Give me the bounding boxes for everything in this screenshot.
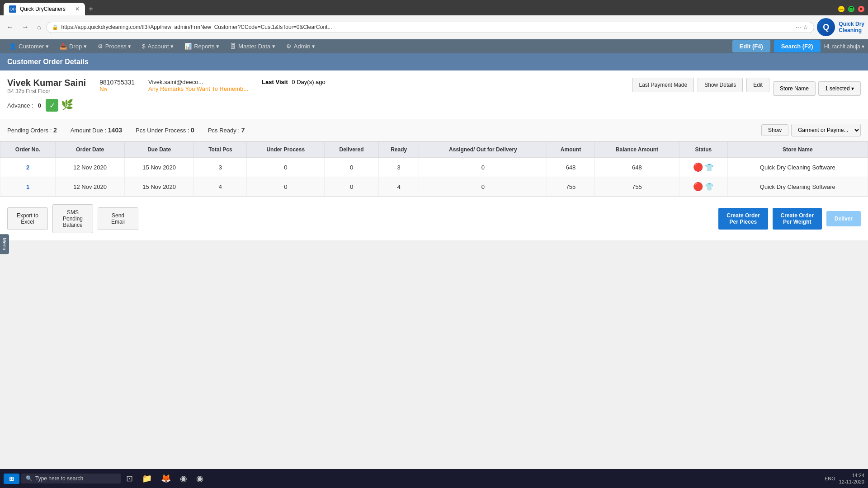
filter-dropdown[interactable]: Garment or Payme...	[791, 124, 861, 136]
pcs-ready-label: Pcs Ready :	[208, 127, 240, 134]
cell-due-date: 15 Nov 2020	[125, 177, 194, 197]
status-shirt-icon: 👕	[705, 183, 714, 191]
customer-name: Vivek Kumar Saini	[7, 78, 86, 88]
pcs-under-process-value: 0	[191, 127, 194, 134]
table-row[interactable]: 1 12 Nov 2020 15 Nov 2020 4 0 0 4 0 755 …	[0, 177, 868, 197]
edit-f4-button[interactable]: Edit (F4)	[732, 40, 770, 52]
cell-assigned: 0	[419, 177, 547, 197]
col-due-date: Due Date	[125, 142, 194, 158]
col-order-no: Order No.	[0, 142, 56, 158]
tab-title: Quick DryCleaners	[20, 6, 66, 12]
create-order-per-weight-button[interactable]: Create OrderPer Weight	[773, 208, 822, 230]
status-red-icon: 🔴	[693, 182, 703, 192]
cell-order-no[interactable]: 2	[0, 158, 56, 177]
cell-ready: 4	[378, 177, 419, 197]
table-header-row: Order No. Order Date Due Date Total Pcs …	[0, 142, 868, 158]
tab-favicon: QD	[9, 5, 16, 13]
selected-button[interactable]: 1 selected ▾	[818, 81, 861, 96]
cell-under-process: 0	[247, 177, 325, 197]
customer-email: Vivek.saini@deeco...	[148, 79, 248, 85]
cell-due-date: 15 Nov 2020	[125, 158, 194, 177]
master-data-nav-label: Master Data ▾	[238, 43, 275, 50]
back-button[interactable]: ←	[4, 21, 16, 33]
cell-status: 🔴 👕	[679, 158, 727, 177]
master-data-icon: 🗄	[230, 43, 236, 50]
col-amount: Amount	[547, 142, 594, 158]
new-tab-button[interactable]: +	[89, 5, 94, 14]
sidebar-item-account[interactable]: $ Account ▾	[137, 39, 179, 53]
cell-total-pcs: 3	[194, 158, 247, 177]
bookmark-icon[interactable]: ☆	[803, 24, 808, 31]
home-button[interactable]: ⌂	[34, 22, 43, 33]
sms-pending-balance-button[interactable]: SMSPendingBalance	[52, 204, 93, 233]
cell-status: 🔴 👕	[679, 177, 727, 197]
status-red-icon: 🔴	[693, 162, 703, 172]
browser-tab[interactable]: QD Quick DryCleaners ✕	[4, 3, 85, 15]
cell-order-date: 12 Nov 2020	[56, 177, 125, 197]
orders-table-container: Order No. Order Date Due Date Total Pcs …	[0, 141, 868, 197]
side-menu[interactable]: Menu	[0, 234, 9, 254]
pending-orders-value: 2	[53, 127, 57, 134]
cell-store-name: Quick Dry Cleaning Software	[727, 158, 868, 177]
reports-nav-label: Reports ▾	[194, 43, 219, 50]
search-f2-button[interactable]: Search (F2)	[774, 40, 821, 52]
col-status: Status	[679, 142, 727, 158]
sidebar-item-admin[interactable]: ⚙ Admin ▾	[281, 39, 321, 53]
forward-button[interactable]: →	[19, 21, 32, 33]
drop-nav-label: Drop ▾	[69, 43, 87, 50]
deliver-button[interactable]: Deliver	[826, 211, 861, 226]
window-minimize-button[interactable]: —	[838, 6, 844, 12]
col-balance-amount: Balance Amount	[594, 142, 679, 158]
pcs-ready-stat: Pcs Ready : 7	[208, 127, 245, 134]
advance-label: Advance :	[7, 102, 33, 109]
user-info[interactable]: Hi, rachit.ahuja ▾	[824, 43, 864, 50]
check-icon[interactable]: ✓	[46, 99, 58, 112]
cell-ready: 3	[378, 158, 419, 177]
orders-table: Order No. Order Date Due Date Total Pcs …	[0, 141, 868, 197]
address-bar[interactable]: 🔒 https://app.quickdrycleaning.com/tl3l/…	[46, 22, 814, 33]
cell-order-no[interactable]: 1	[0, 177, 56, 197]
process-icon: ⚙	[98, 43, 103, 50]
last-visit: Last Visit 0 Day(s) ago	[262, 79, 326, 85]
customer-phone: 9810755331	[99, 79, 135, 86]
create-order-per-pieces-button[interactable]: Create OrderPer Pieces	[718, 208, 768, 230]
col-delivered: Delivered	[325, 142, 379, 158]
admin-icon: ⚙	[286, 43, 292, 50]
sidebar-item-master-data[interactable]: 🗄 Master Data ▾	[225, 39, 280, 53]
show-details-button[interactable]: Show Details	[698, 78, 743, 92]
extensions-icon[interactable]: ⋯	[795, 24, 801, 31]
edit-customer-button[interactable]: Edit	[746, 78, 769, 92]
cell-balance-amount: 648	[594, 158, 679, 177]
cell-delivered: 0	[325, 158, 379, 177]
show-button[interactable]: Show	[761, 124, 788, 136]
window-close-button[interactable]: ✕	[858, 6, 864, 12]
account-nav-label: Account ▾	[148, 43, 174, 50]
show-controls: Show Garment or Payme...	[761, 124, 861, 136]
amount-due-label: Amount Due :	[71, 127, 107, 134]
cell-amount: 648	[547, 158, 594, 177]
cell-order-date: 12 Nov 2020	[56, 158, 125, 177]
app-nav: 👤 Customer ▾ 📥 Drop ▾ ⚙ Process ▾ $ Acco…	[0, 39, 868, 53]
send-email-button[interactable]: SendEmail	[98, 207, 138, 230]
sidebar-item-drop[interactable]: 📥 Drop ▾	[54, 39, 92, 53]
tab-close-icon[interactable]: ✕	[75, 6, 80, 12]
cell-amount: 755	[547, 177, 594, 197]
col-assigned: Assigned/ Out for Delivery	[419, 142, 547, 158]
last-payment-made-button[interactable]: Last Payment Made	[632, 78, 694, 92]
pcs-under-process-label: Pcs Under Process :	[136, 127, 189, 134]
export-excel-button[interactable]: Export toExcel	[7, 207, 48, 230]
amount-due-value: 1403	[108, 127, 122, 134]
window-maximize-button[interactable]: ❐	[848, 6, 854, 12]
action-buttons: Last Payment Made Show Details Edit Stor…	[632, 78, 861, 96]
customer-address: B4 32b First Floor	[7, 88, 86, 94]
col-under-process: Under Process	[247, 142, 325, 158]
sidebar-item-customer[interactable]: 👤 Customer ▾	[4, 39, 54, 53]
pcs-under-process-stat: Pcs Under Process : 0	[136, 127, 194, 134]
page-header: Customer Order Details	[0, 53, 868, 70]
customer-icon: 👤	[9, 43, 16, 50]
sidebar-item-reports[interactable]: 📊 Reports ▾	[179, 39, 225, 53]
store-name-button[interactable]: Store Name	[773, 81, 816, 96]
advance-value: 0	[38, 102, 41, 109]
table-row[interactable]: 2 12 Nov 2020 15 Nov 2020 3 0 0 3 0 648 …	[0, 158, 868, 177]
sidebar-item-process[interactable]: ⚙ Process ▾	[92, 39, 137, 53]
